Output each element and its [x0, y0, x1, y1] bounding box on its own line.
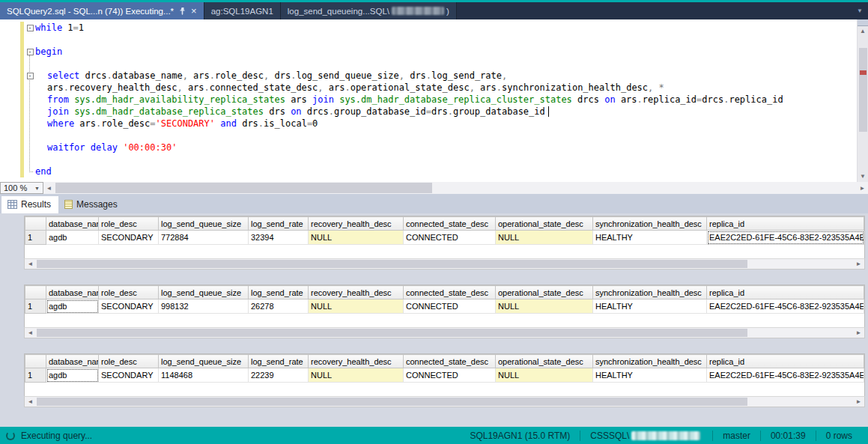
tab-sqlquery2[interactable]: SQLQuery2.sql - SQL...n (74)) Executing.… — [0, 2, 204, 19]
row-header[interactable]: 1 — [25, 368, 46, 383]
cell-log_send_rate[interactable]: 22239 — [249, 368, 309, 383]
scrollbar-thumb[interactable] — [37, 260, 747, 268]
close-icon[interactable]: × — [191, 6, 197, 16]
cell-database_name[interactable]: agdb — [46, 299, 99, 314]
grid-horizontal-scrollbar[interactable]: ◄► — [24, 327, 865, 338]
column-header-role_desc[interactable]: role_desc — [99, 217, 159, 231]
code-line[interactable]: join sys.dm_hadr_database_replica_states… — [25, 106, 856, 118]
scrollbar-track[interactable] — [55, 182, 857, 194]
grid-corner-cell[interactable] — [25, 286, 46, 299]
cell-operational_state_desc[interactable]: NULL — [496, 299, 593, 314]
column-header-role_desc[interactable]: role_desc — [99, 286, 159, 299]
scroll-left-icon[interactable]: ◄ — [25, 259, 36, 269]
cell-log_send_rate[interactable]: 26278 — [249, 299, 309, 314]
scroll-right-icon[interactable]: ► — [857, 182, 868, 194]
column-header-recovery_health_desc[interactable]: recovery_health_desc — [309, 217, 404, 231]
cell-recovery_health_desc[interactable]: NULL — [309, 231, 404, 245]
scroll-right-icon[interactable]: ► — [853, 259, 864, 269]
column-header-recovery_health_desc[interactable]: recovery_health_desc — [309, 355, 404, 368]
code-line[interactable]: -select drcs.database_name, ars.role_des… — [25, 70, 856, 82]
scroll-left-icon[interactable]: ◄ — [25, 328, 36, 338]
zoom-selector[interactable]: 100 % ▼ — [0, 182, 43, 194]
query-editor[interactable]: -while 1=1-begin-select drcs.database_na… — [0, 19, 868, 182]
cell-role_desc[interactable]: SECONDARY — [99, 231, 159, 245]
cell-database_name[interactable]: agdb — [46, 368, 99, 383]
cell-database_name[interactable]: agdb — [46, 231, 99, 245]
column-header-synchronization_health_desc[interactable]: synchronization_health_desc — [593, 286, 707, 299]
column-header-log_send_queue_size[interactable]: log_send_queue_size — [159, 286, 249, 299]
column-header-replica_id[interactable]: replica_id — [707, 286, 864, 299]
grid-corner-cell[interactable] — [25, 355, 46, 368]
scroll-down-icon[interactable]: ▼ — [858, 171, 868, 182]
cell-synchronization_health_desc[interactable]: HEALTHY — [593, 299, 707, 314]
scroll-right-icon[interactable]: ► — [853, 328, 864, 338]
pin-icon[interactable] — [180, 7, 186, 15]
grid-horizontal-scrollbar[interactable]: ◄► — [24, 396, 865, 407]
cell-recovery_health_desc[interactable]: NULL — [309, 299, 404, 314]
fold-collapse-icon[interactable]: - — [25, 70, 35, 82]
column-header-database_name[interactable]: database_name — [46, 286, 99, 299]
column-header-operational_state_desc[interactable]: operational_state_desc — [496, 286, 593, 299]
fold-collapse-icon[interactable]: - — [25, 46, 35, 58]
splitter-handle[interactable] — [858, 19, 868, 26]
cell-synchronization_health_desc[interactable]: HEALTHY — [593, 368, 707, 383]
column-header-operational_state_desc[interactable]: operational_state_desc — [496, 355, 593, 368]
code-line[interactable] — [25, 153, 856, 165]
column-header-log_send_rate[interactable]: log_send_rate — [249, 355, 309, 368]
scrollbar-track[interactable] — [36, 397, 853, 407]
scrollbar-track[interactable] — [36, 259, 853, 269]
grid-horizontal-scrollbar[interactable]: ◄► — [24, 258, 865, 270]
tab-messages[interactable]: Messages — [58, 196, 125, 213]
column-header-connected_state_desc[interactable]: connected_state_desc — [404, 217, 496, 231]
column-header-log_send_rate[interactable]: log_send_rate — [249, 217, 309, 231]
cell-log_send_queue_size[interactable]: 1148468 — [159, 368, 249, 383]
row-header[interactable]: 1 — [25, 299, 46, 314]
scrollbar-thumb[interactable] — [55, 183, 432, 193]
cell-operational_state_desc[interactable]: NULL — [496, 231, 593, 245]
cell-log_send_queue_size[interactable]: 772884 — [159, 231, 249, 245]
code-line[interactable]: waitfor delay '00:00:30' — [25, 142, 856, 153]
column-header-database_name[interactable]: database_name — [46, 355, 99, 368]
column-header-log_send_rate[interactable]: log_send_rate — [249, 286, 309, 299]
cell-role_desc[interactable]: SECONDARY — [99, 368, 159, 383]
cell-operational_state_desc[interactable]: NULL — [496, 368, 593, 383]
column-header-replica_id[interactable]: replica_id — [707, 217, 864, 231]
column-header-synchronization_health_desc[interactable]: synchronization_health_desc — [593, 355, 707, 368]
column-header-connected_state_desc[interactable]: connected_state_desc — [404, 355, 496, 368]
scroll-left-icon[interactable]: ◄ — [43, 182, 55, 194]
cell-synchronization_health_desc[interactable]: HEALTHY — [593, 231, 707, 245]
column-header-operational_state_desc[interactable]: operational_state_desc — [496, 217, 593, 231]
column-header-log_send_queue_size[interactable]: log_send_queue_size — [159, 355, 249, 368]
code-line[interactable]: -while 1=1 — [25, 22, 856, 34]
cell-role_desc[interactable]: SECONDARY — [99, 299, 159, 314]
code-line[interactable]: -begin — [25, 46, 856, 58]
code-line[interactable]: end — [25, 165, 856, 177]
scrollbar-thumb[interactable] — [37, 398, 747, 406]
scroll-right-icon[interactable]: ► — [853, 397, 864, 407]
column-header-replica_id[interactable]: replica_id — [707, 355, 864, 368]
column-header-connected_state_desc[interactable]: connected_state_desc — [404, 286, 496, 299]
column-header-recovery_health_desc[interactable]: recovery_health_desc — [309, 286, 404, 299]
tab-list-chevron-icon[interactable]: ▼ — [852, 7, 868, 14]
cell-replica_id[interactable]: EAE2C2ED-61FE-45C6-83E2-923535A4E34 — [707, 368, 864, 383]
code-line[interactable] — [25, 130, 856, 142]
cell-connected_state_desc[interactable]: CONNECTED — [404, 231, 496, 245]
column-header-role_desc[interactable]: role_desc — [99, 355, 159, 368]
scrollbar-track[interactable] — [36, 328, 853, 338]
cell-connected_state_desc[interactable]: CONNECTED — [404, 368, 496, 383]
scrollbar-thumb[interactable] — [859, 48, 867, 132]
scrollbar-thumb[interactable] — [37, 329, 747, 337]
code-line[interactable]: ars.recovery_health_desc, ars.connected_… — [25, 82, 856, 94]
cell-recovery_health_desc[interactable]: NULL — [309, 368, 404, 383]
column-header-log_send_queue_size[interactable]: log_send_queue_size — [159, 217, 249, 231]
grid-corner-cell[interactable] — [25, 217, 46, 231]
code-line[interactable]: from sys.dm_hadr_availability_replica_st… — [25, 94, 856, 106]
cell-log_send_queue_size[interactable]: 998132 — [159, 299, 249, 314]
editor-horizontal-scrollbar[interactable]: ◄ ► — [43, 182, 868, 194]
code-line[interactable]: where ars.role_desc='SECONDARY' and drs.… — [25, 118, 856, 130]
tab-ag-dashboard[interactable]: ag:SQL19AGN1 — [204, 2, 281, 19]
scroll-left-icon[interactable]: ◄ — [25, 397, 36, 407]
fold-collapse-icon[interactable]: - — [25, 22, 35, 34]
cell-log_send_rate[interactable]: 32394 — [249, 231, 309, 245]
column-header-synchronization_health_desc[interactable]: synchronization_health_desc — [593, 217, 707, 231]
